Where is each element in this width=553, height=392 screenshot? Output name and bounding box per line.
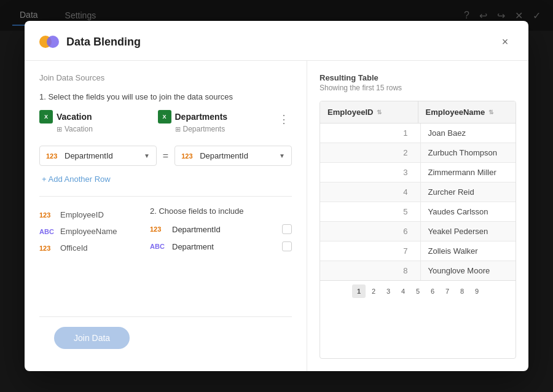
blend-icon bbox=[39, 36, 59, 48]
table-row: 8 Younglove Moore bbox=[320, 261, 516, 280]
join-data-sources-label: Join Data Sources bbox=[39, 73, 292, 82]
modal-overlay: Data Blending × Join Data Sources 1. Sel… bbox=[0, 0, 553, 392]
modal-title: Data Blending bbox=[66, 36, 141, 49]
cell-employee-name: Zurbuch Thompson bbox=[421, 143, 516, 162]
field-employee-name: ABC EmployeeName bbox=[39, 223, 138, 240]
right-panel: Resulting Table Showing the first 15 row… bbox=[307, 61, 528, 371]
cell-employee-name: Joan Baez bbox=[421, 123, 516, 143]
cell-employee-id: 2 bbox=[320, 143, 421, 162]
fields-section: 123 EmployeeID ABC EmployeeName 123 Offi… bbox=[39, 206, 292, 316]
add-another-row-button[interactable]: + Add Another Row bbox=[42, 174, 292, 184]
field-office-id: 123 OfficeId bbox=[39, 240, 138, 256]
cell-employee-id: 7 bbox=[320, 241, 421, 261]
table-body: 1 Joan Baez 2 Zurbuch Thompson 3 Zimmerm… bbox=[320, 123, 516, 280]
equals-sign: = bbox=[163, 151, 168, 162]
page-button-7[interactable]: 7 bbox=[441, 284, 454, 298]
sort-icon-employee-name[interactable]: ⇅ bbox=[488, 109, 493, 116]
cell-employee-id: 1 bbox=[320, 123, 421, 143]
field-check-name-2: Department bbox=[172, 242, 277, 251]
page-button-1[interactable]: 1 bbox=[352, 284, 366, 298]
field-type-right: 123 bbox=[181, 152, 196, 160]
field-dropdown-right[interactable]: 123 DepartmentId ▼ bbox=[175, 146, 292, 166]
cell-employee-id: 8 bbox=[320, 261, 421, 280]
table-header: EmployeeID ⇅ EmployeeName ⇅ bbox=[320, 101, 516, 123]
cell-employee-id: 6 bbox=[320, 222, 421, 241]
data-blending-modal: Data Blending × Join Data Sources 1. Sel… bbox=[25, 21, 528, 371]
modal-footer: Join Data bbox=[39, 316, 292, 359]
page-button-3[interactable]: 3 bbox=[382, 284, 395, 298]
field-employee-id: 123 EmployeeID bbox=[39, 206, 138, 223]
fields-right: 2. Choose fields to include 123 Departme… bbox=[150, 206, 292, 316]
table-row: 4 Zurcher Reid bbox=[320, 182, 516, 202]
page-button-5[interactable]: 5 bbox=[411, 284, 425, 298]
field-name-left: DepartmentId bbox=[65, 151, 140, 160]
cell-employee-id: 5 bbox=[320, 202, 421, 221]
source-card-right: X Departments ⊞ Departments bbox=[158, 110, 269, 133]
source-name-right: X Departments bbox=[158, 110, 269, 123]
excel-icon-left: X bbox=[39, 110, 53, 123]
field-check-type-abc-1: ABC bbox=[150, 243, 167, 250]
field-check-department-id: 123 DepartmentId bbox=[150, 221, 292, 238]
modal-close-button[interactable]: × bbox=[496, 33, 514, 50]
page-button-8[interactable]: 8 bbox=[455, 284, 469, 298]
source-title-left: Vacation bbox=[57, 112, 92, 122]
field-dropdown-left[interactable]: 123 DepartmentId ▼ bbox=[39, 146, 157, 166]
field-type-num-2: 123 bbox=[39, 245, 57, 252]
source-subtitle-left: ⊞ Vacation bbox=[57, 125, 151, 133]
checkbox-department[interactable] bbox=[282, 241, 292, 251]
cell-employee-id: 4 bbox=[320, 182, 421, 202]
step2-label: 2. Choose fields to include bbox=[150, 206, 292, 216]
source-name-left: X Vacation bbox=[39, 110, 151, 123]
checkbox-department-id[interactable] bbox=[282, 224, 292, 234]
cell-employee-name: Zolleis Walker bbox=[421, 241, 516, 261]
modal-body: Join Data Sources 1. Select the fields y… bbox=[25, 61, 528, 371]
table-icon-left: ⊞ bbox=[57, 125, 62, 133]
table-row: 2 Zurbuch Thompson bbox=[320, 143, 516, 163]
field-type-num-1: 123 bbox=[39, 211, 57, 219]
page-button-6[interactable]: 6 bbox=[426, 284, 439, 298]
fields-left: 123 EmployeeID ABC EmployeeName 123 Offi… bbox=[39, 206, 138, 316]
field-name-right: DepartmentId bbox=[200, 151, 275, 160]
page-button-9[interactable]: 9 bbox=[470, 284, 484, 298]
modal-header: Data Blending × bbox=[25, 21, 528, 61]
cell-employee-name: Zimmermann Miller bbox=[421, 163, 516, 182]
join-row: 123 DepartmentId ▼ = 123 DepartmentId ▼ bbox=[39, 146, 292, 166]
field-type-abc-1: ABC bbox=[39, 228, 57, 235]
page-button-2[interactable]: 2 bbox=[367, 284, 380, 298]
column-header-employee-name: EmployeeName ⇅ bbox=[418, 101, 516, 123]
result-table: EmployeeID ⇅ EmployeeName ⇅ 1 Joan Baez … bbox=[320, 101, 516, 359]
column-header-employee-id: EmployeeID ⇅ bbox=[320, 101, 418, 123]
table-row: 7 Zolleis Walker bbox=[320, 241, 516, 261]
table-row: 6 Yeakel Pedersen bbox=[320, 222, 516, 241]
result-table-title: Resulting Table bbox=[320, 73, 516, 82]
dropdown-arrow-right: ▼ bbox=[279, 152, 285, 159]
field-check-name-1: DepartmentId bbox=[172, 225, 277, 234]
source-sub-text-left: Vacation bbox=[65, 125, 93, 133]
column-label-employee-id: EmployeeID bbox=[327, 108, 373, 117]
source-card-left: X Vacation ⊞ Vacation bbox=[39, 110, 151, 133]
table-row: 3 Zimmermann Miller bbox=[320, 163, 516, 182]
cell-employee-name: Yaudes Carlsson bbox=[421, 202, 516, 221]
source-more-options[interactable]: ⋮ bbox=[276, 110, 292, 128]
table-pagination: 123456789 bbox=[320, 280, 516, 302]
step1-label: 1. Select the fields you will use to joi… bbox=[39, 92, 292, 101]
result-table-subtitle: Showing the first 15 rows bbox=[320, 84, 516, 92]
sort-icon-employee-id[interactable]: ⇅ bbox=[377, 109, 382, 116]
column-label-employee-name: EmployeeName bbox=[426, 108, 485, 117]
page-button-4[interactable]: 4 bbox=[396, 284, 410, 298]
field-name-3: OfficeId bbox=[60, 243, 88, 253]
cell-employee-id: 3 bbox=[320, 163, 421, 182]
blend-circle-right bbox=[47, 36, 59, 48]
cell-employee-name: Yeakel Pedersen bbox=[421, 222, 516, 241]
join-data-button[interactable]: Join Data bbox=[54, 327, 130, 349]
field-name-2: EmployeeName bbox=[60, 227, 117, 236]
left-panel: Join Data Sources 1. Select the fields y… bbox=[25, 61, 307, 371]
table-row: 5 Yaudes Carlsson bbox=[320, 202, 516, 222]
source-title-right: Departments bbox=[175, 112, 228, 122]
dropdown-arrow-left: ▼ bbox=[144, 152, 150, 159]
field-check-type-num-1: 123 bbox=[150, 225, 167, 233]
source-subtitle-right: ⊞ Departments bbox=[175, 125, 269, 133]
source-sub-text-right: Departments bbox=[183, 125, 226, 133]
cell-employee-name: Younglove Moore bbox=[421, 261, 516, 280]
cell-employee-name: Zurcher Reid bbox=[421, 182, 516, 202]
